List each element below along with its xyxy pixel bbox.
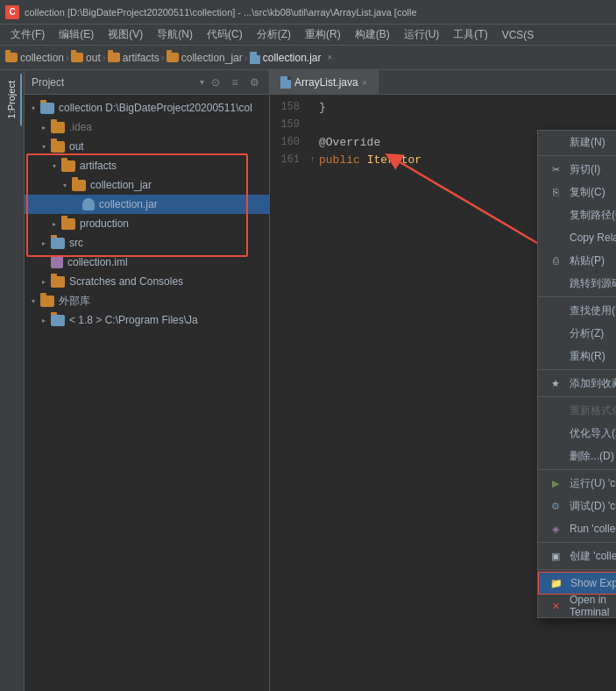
favorites-icon: ★	[549, 376, 563, 390]
breadcrumb-out[interactable]: out	[71, 52, 101, 64]
expand-arrow	[28, 296, 39, 306]
breadcrumb-jar-file[interactable]: collection.jar ×	[250, 52, 333, 64]
tree-label: src	[69, 237, 83, 249]
ctx-debug[interactable]: ⚙ 调试(D) 'collection.jar'	[538, 495, 616, 517]
expand-arrow	[39, 141, 49, 152]
tree-item-ext-lib[interactable]: 外部库	[25, 291, 269, 310]
menu-file[interactable]: 文件(F)	[4, 25, 52, 44]
ctx-reformat[interactable]: 重新格式化代码(R) Ctrl+Alt+	[538, 399, 616, 422]
explorer-icon: 📁	[549, 576, 563, 590]
tree-item-artifacts[interactable]: artifacts	[25, 156, 269, 175]
ctx-coverage[interactable]: ◈ Run 'collection.jar' with Coverage	[538, 517, 616, 540]
folder-icon	[51, 122, 65, 133]
delete-icon	[549, 449, 563, 463]
menu-refactor[interactable]: 重构(R)	[298, 25, 348, 44]
menu-tools[interactable]: 工具(T)	[446, 25, 494, 44]
tree-item-scratches[interactable]: Scratches and Consoles	[25, 272, 269, 291]
ctx-copy[interactable]: ⎘ 复制(C) Ctrl+C	[538, 181, 616, 203]
menu-run[interactable]: 运行(U)	[397, 25, 447, 44]
sidebar-tab-project[interactable]: 1:Project	[3, 74, 22, 125]
ctx-refactor[interactable]: 重构(R) ▶	[538, 345, 616, 367]
tree-item-production[interactable]: production	[25, 214, 269, 233]
tree-label: collection.jar	[99, 198, 158, 210]
ctx-add-favorites[interactable]: ★ 添加到收藏(A)	[538, 372, 616, 395]
editor-area: ArrayList.java × 158 } 159 160 @Override	[270, 70, 616, 691]
jump-source-icon	[549, 276, 563, 290]
expand-arrow	[39, 238, 49, 248]
folder-icon	[5, 53, 18, 62]
module-icon	[40, 103, 54, 114]
folder-icon	[51, 238, 65, 249]
tab-close-icon[interactable]: ×	[327, 53, 332, 62]
menu-build[interactable]: 构建(B)	[348, 25, 397, 44]
tree-label: < 1.8 > C:\Program Files\Ja	[69, 314, 198, 326]
menu-navigate[interactable]: 导航(N)	[150, 25, 200, 44]
folder-icon	[72, 180, 86, 191]
code-line-158: 158 }	[270, 98, 616, 116]
ctx-optimize-imports[interactable]: 优化导入(Z) Ctrl+Alt+O	[538, 422, 616, 445]
menu-vcs[interactable]: VCS(S	[495, 27, 542, 43]
iml-icon	[51, 256, 63, 268]
ctx-jump-source[interactable]: 跳转到源码(J) F1	[538, 272, 616, 295]
file-icon	[250, 52, 260, 64]
project-header: Project ▾ ⊙ ≡ ⚙	[25, 70, 269, 95]
breadcrumb-collection[interactable]: collection	[5, 52, 64, 64]
expand-arrow	[60, 180, 70, 190]
tree-item-iml[interactable]: collection.iml	[25, 253, 269, 272]
tree-item-collection-jar[interactable]: collection.jar	[25, 195, 269, 214]
tree-item-collection[interactable]: collection D:\BigDateProject20200511\col	[25, 98, 269, 118]
copy-icon: ⎘	[549, 185, 563, 199]
context-menu: 新建(N) ▶ ✂ 剪切(I) Ctrl+X ⎘ 复制(C) Ctrl+C	[537, 130, 616, 618]
tree-item-jdk[interactable]: < 1.8 > C:\Program Files\Ja	[25, 310, 269, 330]
java-file-icon	[280, 76, 291, 89]
create-icon: ▣	[549, 549, 563, 563]
locate-icon-btn[interactable]: ⊙	[208, 75, 223, 90]
tree-label: 外部库	[59, 294, 90, 309]
ctx-new[interactable]: 新建(N) ▶	[538, 131, 616, 153]
expand-arrow	[39, 257, 49, 267]
tree-label: production	[80, 217, 129, 230]
sidebar-strip: 1:Project	[0, 70, 25, 691]
ctx-create[interactable]: ▣ 创建 'collection.jar'...	[538, 545, 616, 567]
settings-icon-btn[interactable]: ⚙	[246, 75, 262, 90]
menu-bar: 文件(F) 编辑(E) 视图(V) 导航(N) 代码(C) 分析(Z) 重构(R…	[0, 25, 616, 46]
title-text: collection [D:\BigDateProject20200511\co…	[25, 7, 417, 18]
editor-tab-arraylist[interactable]: ArrayList.java ×	[270, 70, 379, 95]
terminal-icon: ✕	[549, 599, 563, 613]
ctx-delete[interactable]: 删除...(D) Delete	[538, 445, 616, 467]
ctx-copy-path[interactable]: 复制路径(O) Ctrl+Shift+C	[538, 203, 616, 226]
tree-item-src[interactable]: src	[25, 233, 269, 253]
ctx-sep-3	[538, 369, 616, 370]
tree-label: Scratches and Consoles	[69, 275, 183, 288]
ctx-sep-5	[538, 469, 616, 470]
menu-edit[interactable]: 编辑(E)	[52, 25, 101, 44]
tree-item-out[interactable]: out	[25, 137, 269, 156]
tree-label: collection_jar	[90, 179, 152, 191]
folder-icon	[61, 160, 75, 172]
ctx-open-terminal[interactable]: ✕ Open in Terminal https://blog.csdn.net…	[538, 595, 616, 617]
collapse-icon-btn[interactable]: ≡	[227, 75, 243, 90]
menu-view[interactable]: 视图(V)	[101, 25, 150, 44]
ctx-new-icon	[549, 135, 563, 149]
tree-item-collection-jar-folder[interactable]: collection_jar	[25, 175, 269, 195]
tree-label: out	[69, 140, 84, 153]
ctx-find-usages[interactable]: 查找使用(U) Ctrl+G	[538, 299, 616, 322]
tree-item-idea[interactable]: .idea	[25, 118, 269, 137]
ctx-cut[interactable]: ✂ 剪切(I) Ctrl+X	[538, 158, 616, 181]
cut-icon: ✂	[549, 162, 563, 176]
breadcrumb-artifacts[interactable]: artifacts	[108, 52, 159, 64]
ctx-copy-relative-path[interactable]: Copy Relative Path Ctrl+Alt+Shift+C	[538, 226, 616, 249]
expand-arrow	[49, 160, 60, 171]
ctx-show-in-explorer[interactable]: 📁 Show Explorer	[538, 572, 616, 595]
ctx-run[interactable]: ▶ 运行(U) 'collection.jar' Ctrl+Shift+F10	[538, 472, 616, 495]
menu-analyze[interactable]: 分析(Z)	[250, 25, 298, 44]
ctx-paste[interactable]: ⎙ 粘贴(P) Ctrl+V	[538, 249, 616, 272]
menu-code[interactable]: 代码(C)	[200, 25, 250, 44]
ctx-analyze[interactable]: 分析(Z) ▶	[538, 322, 616, 345]
tree-label: collection D:\BigDateProject20200511\col	[59, 102, 252, 114]
file-tree: collection D:\BigDateProject20200511\col…	[25, 95, 269, 691]
jar-icon	[82, 198, 95, 210]
breadcrumb-collection-jar-folder[interactable]: collection_jar	[166, 52, 243, 64]
folder-icon	[108, 53, 120, 62]
title-bar: C collection [D:\BigDateProject20200511\…	[0, 0, 616, 25]
